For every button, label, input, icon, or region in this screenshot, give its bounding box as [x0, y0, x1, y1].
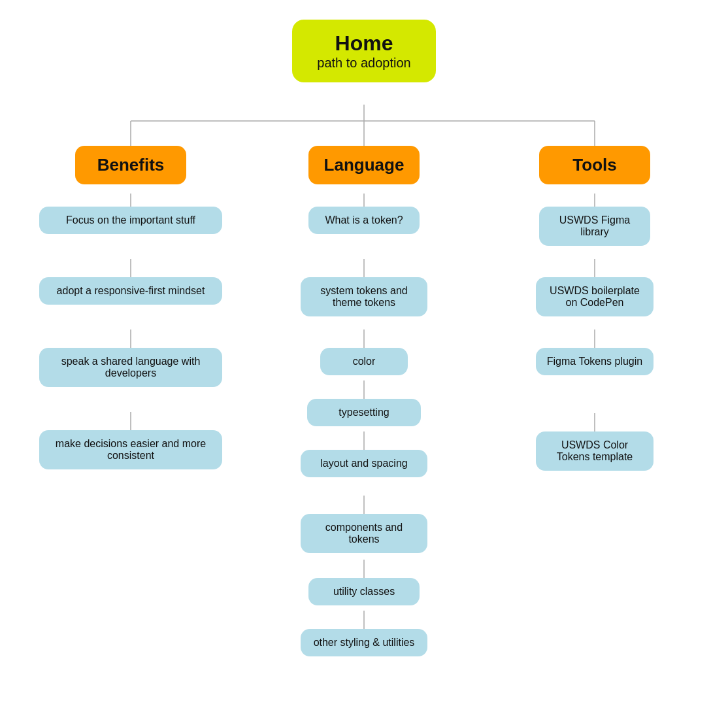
root-node: Home path to adoption [292, 20, 436, 82]
language-label: Language [324, 155, 405, 175]
language-child-0: What is a token? [308, 207, 420, 234]
benefits-child-3: make decisions easier and more consisten… [39, 430, 222, 469]
benefits-child-2: speak a shared language with developers [39, 348, 222, 387]
tools-child-3: USWDS Color Tokens template [536, 431, 654, 471]
benefits-category: Benefits [75, 146, 186, 184]
tools-category: Tools [539, 146, 650, 184]
language-child-5: components and tokens [301, 514, 427, 553]
language-category: Language [308, 146, 420, 184]
tools-child-1: USWDS boilerplate on CodePen [536, 277, 654, 316]
benefits-child-1: adopt a responsive-first mindset [39, 277, 222, 305]
language-child-2: color [320, 348, 408, 375]
diagram: Home path to adoption Benefits Focus on … [0, 0, 728, 727]
language-child-4: layout and spacing [301, 450, 427, 477]
tools-child-2: Figma Tokens plugin [536, 348, 654, 375]
root-title: Home [308, 31, 420, 56]
language-child-1: system tokens and theme tokens [301, 277, 427, 316]
tools-label: Tools [572, 155, 616, 175]
benefits-child-0: Focus on the important stuff [39, 207, 222, 234]
benefits-label: Benefits [97, 155, 165, 175]
root-subtitle: path to adoption [308, 56, 420, 71]
language-child-3: typesetting [307, 399, 421, 426]
language-child-6: utility classes [308, 578, 420, 605]
tools-child-0: USWDS Figma library [539, 207, 650, 246]
language-child-7: other styling & utilities [301, 629, 427, 656]
